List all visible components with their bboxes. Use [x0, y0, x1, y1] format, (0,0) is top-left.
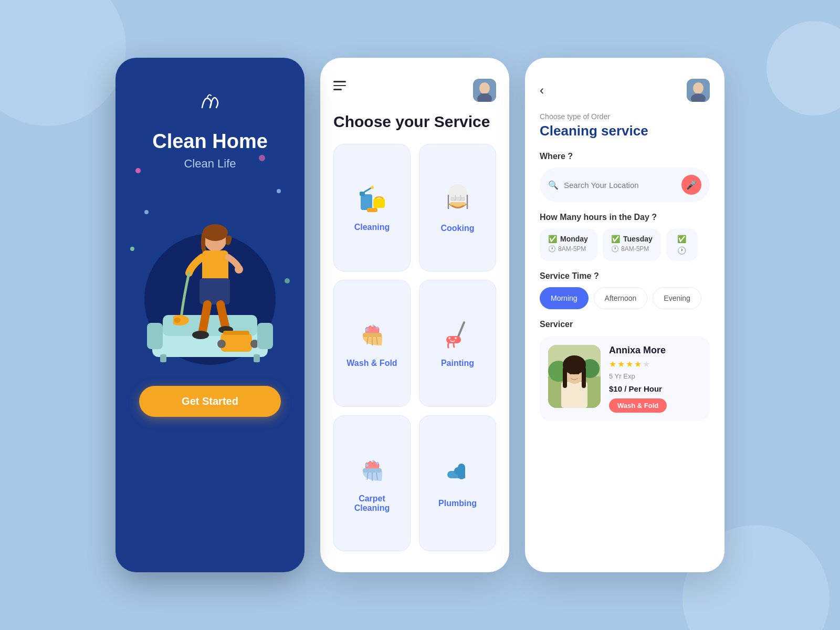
order-detail-screen: ‹ Choose type of Order Cleaning service … — [525, 58, 724, 572]
plumbing-label: Plumbing — [438, 499, 477, 508]
svg-rect-43 — [363, 468, 382, 472]
carpet-cleaning-label: Carpet Cleaning — [342, 494, 402, 513]
app-logo — [194, 89, 226, 120]
cooking-icon — [442, 182, 474, 217]
tuesday-clock-icon: 🕐 — [611, 245, 619, 253]
back-button[interactable]: ‹ — [540, 84, 544, 97]
svg-rect-5 — [254, 354, 260, 362]
service-card-cooking[interactable]: Cooking — [419, 144, 496, 271]
splash-illustration — [131, 192, 289, 370]
service-card-wash-fold[interactable]: Wash & Fold — [333, 280, 411, 406]
avatar-image-2 — [687, 79, 710, 102]
days-row: ✅ Monday 🕐 8AM-5PM ✅ Tuesday 🕐 8AM-5PM — [540, 228, 710, 261]
star-1: ★ — [609, 359, 616, 369]
servicer-name: Annixa More — [609, 345, 701, 356]
bg-blob-tl — [0, 0, 126, 126]
time-slot-afternoon[interactable]: Afternoon — [594, 287, 648, 309]
servicer-photo — [548, 345, 601, 408]
partial-check: ✅ — [677, 235, 686, 243]
day-card-tuesday[interactable]: ✅ Tuesday 🕐 8AM-5PM — [603, 228, 661, 261]
splash-screen: Clean Home Clean Life — [116, 58, 304, 572]
order-type-label: Choose type of Order — [540, 112, 710, 121]
svg-rect-16 — [223, 331, 249, 335]
servicer-section: Servicer — [540, 320, 710, 421]
partial-clock: 🕐 — [677, 246, 686, 255]
svg-point-37 — [376, 327, 379, 329]
user-avatar-2[interactable] — [687, 79, 710, 102]
servicer-card: Annixa More ★ ★ ★ ★ ★ 5 Yr Exp $10 / Per… — [540, 337, 710, 421]
svg-rect-26 — [367, 208, 377, 212]
cooking-label: Cooking — [441, 224, 475, 233]
servicer-stars: ★ ★ ★ ★ ★ — [609, 359, 701, 369]
hamburger-line-2 — [333, 85, 346, 87]
svg-point-55 — [693, 82, 704, 94]
services-header — [333, 79, 496, 102]
wash-fold-label: Wash & Fold — [346, 359, 397, 368]
service-time-label: Service Time ? — [540, 271, 710, 281]
cleaning-label: Cleaning — [354, 223, 390, 232]
hamburger-line-1 — [333, 81, 346, 82]
service-card-plumbing[interactable]: Plumbing — [419, 415, 496, 551]
svg-rect-64 — [563, 367, 567, 388]
tuesday-check: ✅ — [611, 235, 620, 243]
svg-rect-3 — [257, 323, 273, 349]
svg-point-18 — [217, 340, 226, 348]
time-slots: Morning Afternoon Evening — [540, 287, 710, 309]
tuesday-name: Tuesday — [623, 235, 653, 243]
service-card-painting[interactable]: Painting — [419, 280, 496, 406]
svg-rect-25 — [373, 198, 385, 208]
evening-label: Evening — [664, 294, 690, 302]
afternoon-label: Afternoon — [605, 294, 637, 302]
servicer-info: Annixa More ★ ★ ★ ★ ★ 5 Yr Exp $10 / Per… — [609, 345, 701, 413]
svg-rect-29 — [450, 202, 466, 205]
hamburger-menu[interactable] — [333, 79, 346, 90]
painting-label: Painting — [441, 359, 474, 368]
time-slot-evening[interactable]: Evening — [653, 287, 701, 309]
svg-point-53 — [454, 467, 461, 475]
svg-point-42 — [455, 337, 457, 339]
svg-point-41 — [448, 337, 450, 339]
service-card-carpet-cleaning[interactable]: Carpet Cleaning — [333, 415, 411, 551]
svg-rect-9 — [200, 278, 230, 304]
svg-rect-65 — [582, 367, 586, 388]
splash-subtitle: Clean Life — [184, 157, 236, 171]
day-monday-header: ✅ Monday — [548, 235, 589, 243]
svg-point-24 — [371, 186, 374, 189]
time-slot-morning[interactable]: Morning — [540, 287, 589, 309]
svg-point-20 — [479, 82, 490, 94]
star-4: ★ — [634, 359, 642, 369]
svg-point-11 — [192, 331, 209, 339]
svg-point-38 — [372, 324, 374, 327]
user-avatar[interactable] — [473, 79, 496, 102]
svg-point-49 — [372, 460, 374, 462]
svg-rect-4 — [160, 354, 166, 362]
svg-rect-2 — [147, 323, 163, 349]
star-5: ★ — [643, 359, 650, 369]
location-input[interactable] — [564, 181, 676, 190]
day-card-monday[interactable]: ✅ Monday 🕐 8AM-5PM — [540, 228, 597, 261]
svg-point-7 — [203, 224, 228, 241]
mic-button[interactable]: 🎤 — [681, 175, 701, 195]
avatar-image — [473, 79, 496, 102]
svg-point-67 — [577, 372, 580, 374]
services-title: Choose your Service — [333, 112, 496, 131]
location-search-bar[interactable]: 🔍 🎤 — [540, 167, 710, 202]
servicer-price: $10 / Per Hour — [609, 384, 701, 393]
screens-container: Clean Home Clean Life — [116, 58, 724, 572]
service-card-cleaning[interactable]: Cleaning — [333, 144, 411, 271]
decorative-dot-1 — [135, 168, 141, 173]
tuesday-time: 🕐 8AM-5PM — [611, 245, 653, 253]
get-started-button[interactable]: Get Started — [139, 386, 281, 417]
hamburger-line-3 — [333, 89, 342, 90]
painting-icon — [442, 318, 474, 352]
services-screen: Choose your Service — [320, 58, 509, 572]
svg-rect-28 — [450, 197, 465, 201]
order-header: ‹ — [540, 79, 710, 102]
where-label: Where ? — [540, 152, 710, 161]
svg-rect-23 — [360, 192, 365, 196]
day-tuesday-header: ✅ Tuesday — [611, 235, 653, 243]
cleaning-icon — [356, 184, 388, 216]
day-card-partial[interactable]: ✅ 🕐 — [666, 228, 698, 261]
monday-name: Monday — [560, 235, 588, 243]
svg-rect-22 — [361, 194, 372, 210]
